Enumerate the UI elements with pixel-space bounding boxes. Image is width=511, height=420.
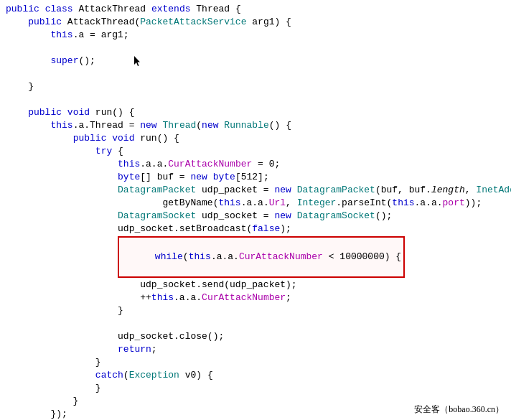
code-line-19: ++this.a.a.CurAttackNumber; xyxy=(0,291,511,304)
code-line-26: } xyxy=(0,382,511,395)
code-line-21 xyxy=(0,317,511,330)
code-viewer: public class AttackThread extends Thread… xyxy=(0,0,511,420)
code-line-8: this.a.Thread = new Thread(new Runnable(… xyxy=(0,119,511,132)
code-line-23: return; xyxy=(0,343,511,356)
code-line-13: DatagramPacket udp_packet = new Datagram… xyxy=(0,184,511,197)
highlighted-while: while(this.a.a.CurAttackNumber < 1000000… xyxy=(118,236,405,278)
watermark: 安全客（bobao.360.cn） xyxy=(414,403,504,416)
code-line-12: byte[] buf = new byte[512]; xyxy=(0,171,511,184)
code-line-22: udp_socket.close(); xyxy=(0,330,511,343)
code-line-20: } xyxy=(0,304,511,317)
code-line-6 xyxy=(0,93,511,106)
code-line-16: udp_socket.setBroadcast(false); xyxy=(0,223,511,235)
code-line-24: } xyxy=(0,356,511,369)
cursor xyxy=(98,42,142,80)
code-line-7: public void run() { xyxy=(0,106,511,119)
code-line-9: public void run() { xyxy=(0,132,511,145)
code-line-4: super(); xyxy=(0,42,511,80)
code-line-2: public AttackThread(PacketAttackService … xyxy=(0,16,511,29)
code-line-1: public class AttackThread extends Thread… xyxy=(0,3,511,16)
code-line-18: udp_socket.send(udp_packet); xyxy=(0,279,511,291)
code-line-3: this.a = arg1; xyxy=(0,29,511,42)
code-line-25: catch(Exception v0) { xyxy=(0,369,511,382)
code-line-15: DatagramSocket udp_socket = new Datagram… xyxy=(0,210,511,223)
kw-public: public xyxy=(6,3,39,16)
kw-class: class xyxy=(45,3,73,16)
code-line-11: this.a.a.CurAttackNumber = 0; xyxy=(0,158,511,171)
code-line-5: } xyxy=(0,80,511,93)
code-line-14: getByName(this.a.a.Url, Integer.parseInt… xyxy=(0,197,511,210)
code-line-17-boxed: while(this.a.a.CurAttackNumber < 1000000… xyxy=(0,235,511,279)
code-line-10: try { xyxy=(0,145,511,158)
